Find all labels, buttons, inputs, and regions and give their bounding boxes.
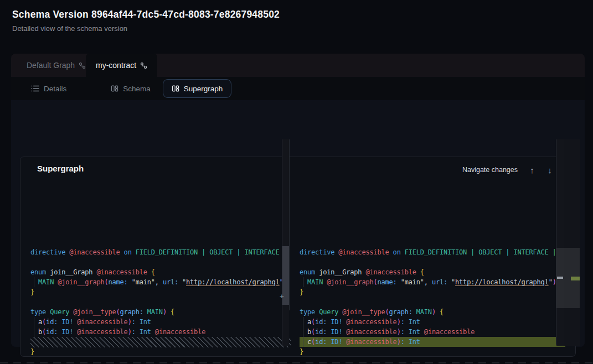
code-line xyxy=(300,297,565,307)
arrow-down-icon: ↓ xyxy=(548,165,552,175)
arrow-up-icon: ↑ xyxy=(530,165,534,175)
code-line: } xyxy=(30,347,291,357)
tab-supergraph[interactable]: Supergraph xyxy=(163,79,232,98)
code-line: enum join__Graph @inaccessible { xyxy=(30,267,291,277)
pane-divider xyxy=(289,139,290,310)
minimap[interactable] xyxy=(564,139,580,346)
tab-details-label: Details xyxy=(44,85,66,93)
page-title: Schema Version 8964af44-7dc5-47cd-8083-7… xyxy=(12,9,280,20)
panel-title: Supergraph xyxy=(37,164,84,173)
code-line: } xyxy=(30,287,291,297)
added-code-line: c(id: ID! @inaccessible): Int xyxy=(300,337,565,347)
tab-default-graph[interactable]: Default Graph xyxy=(17,54,96,77)
page-subtitle: Detailed view of the schema version xyxy=(12,24,127,33)
code-line: type Query @join__type(graph: MAIN) { xyxy=(300,307,565,317)
navigate-previous-button[interactable]: ↑ xyxy=(525,163,539,176)
code-line: b(id: ID! @inaccessible): Int @inaccessi… xyxy=(30,327,291,337)
tab-supergraph-label: Supergraph xyxy=(184,85,223,93)
code-line: MAIN @join__graph(name: "main", url: "ht… xyxy=(300,277,565,287)
code-line: } xyxy=(300,287,565,297)
tab-schema[interactable]: Schema xyxy=(105,79,156,98)
added-line-plus-marker: + xyxy=(278,292,286,301)
scrollbar-position-marker xyxy=(557,277,563,279)
view-navrow: Details Schema xyxy=(11,77,585,100)
tab-my-contract-label: my-contract xyxy=(96,61,136,70)
tab-my-contract[interactable]: my-contract xyxy=(86,54,157,77)
code-line: enum join__Graph @inaccessible { xyxy=(300,267,565,277)
schema-version-page: Schema Version 8964af44-7dc5-47cd-8083-7… xyxy=(0,0,593,364)
tab-details[interactable]: Details xyxy=(25,79,72,98)
code-line: directive @inaccessible on FIELD_DEFINIT… xyxy=(300,247,565,257)
diff-pane-original[interactable]: directive @inaccessible on FIELD_DEFINIT… xyxy=(30,243,291,364)
navigate-changes-label: Navigate changes xyxy=(462,166,518,174)
code-line xyxy=(300,257,565,267)
removed-line-placeholder xyxy=(30,337,291,347)
code-line xyxy=(30,257,291,267)
navigate-next-button[interactable]: ↓ xyxy=(543,163,556,176)
code-line: a(id: ID! @inaccessible): Int xyxy=(30,317,291,327)
variant-icon xyxy=(140,62,147,69)
list-icon xyxy=(31,85,39,92)
card-body: Supergraph Navigate changes ↑ ↓ directiv… xyxy=(11,100,585,347)
code-line: } xyxy=(300,347,565,357)
panels-icon xyxy=(172,85,179,92)
variant-tabstrip: Default Graph my-contract xyxy=(11,54,585,77)
panels-icon xyxy=(111,85,118,92)
right-pane-scrollbar[interactable] xyxy=(556,139,564,346)
diff-pane-modified[interactable]: directive @inaccessible on FIELD_DEFINIT… xyxy=(299,243,565,364)
code-line xyxy=(30,297,291,307)
code-line: b(id: ID! @inaccessible): Int @inaccessi… xyxy=(300,327,565,337)
tab-schema-label: Schema xyxy=(123,85,151,93)
supergraph-panel: Supergraph Navigate changes ↑ ↓ directiv… xyxy=(20,157,576,357)
minimap-added-line-marker xyxy=(571,277,580,280)
bottom-edge-dashes xyxy=(0,362,593,363)
schema-version-card: Default Graph my-contract xyxy=(11,54,585,347)
left-pane-scrollbar[interactable] xyxy=(282,139,289,346)
code-line: MAIN @join__graph(name: "main", url: "ht… xyxy=(30,277,291,287)
code-line: directive @inaccessible on FIELD_DEFINIT… xyxy=(30,247,291,257)
code-line: a(id: ID! @inaccessible): Int xyxy=(300,317,565,327)
tab-default-graph-label: Default Graph xyxy=(27,61,75,70)
code-line: type Query @join__type(graph: MAIN) { xyxy=(30,307,291,317)
variant-icon xyxy=(79,62,86,69)
